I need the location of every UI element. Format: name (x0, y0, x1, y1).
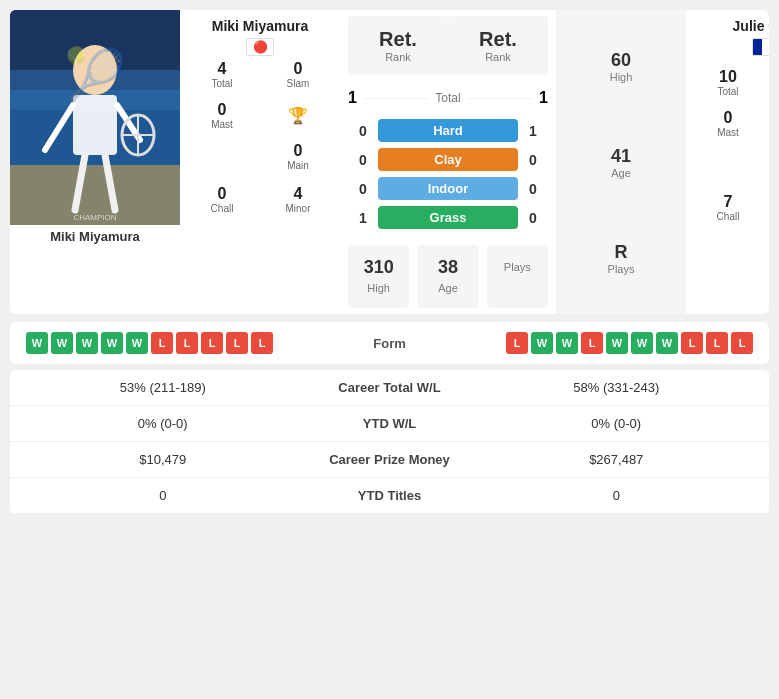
right-form-1: L (506, 332, 528, 354)
surface-rows: 0 Hard 1 0 Clay 0 0 Indoor 0 1 Grass (348, 119, 548, 235)
right-stats-grid: 10 Total 0 Slam 0 Mast 🏆 0 Main (692, 64, 769, 183)
right-ytd-wl: 0% (0-0) (480, 416, 754, 431)
flag-blue (753, 39, 762, 55)
total-row: 1 Total 1 (348, 85, 548, 111)
svg-point-4 (73, 45, 117, 95)
svg-rect-5 (73, 95, 117, 155)
surface-clay: 0 Clay 0 (348, 148, 548, 171)
left-ytd-titles: 0 (26, 488, 300, 503)
left-plays-box: Plays (487, 245, 548, 308)
left-form-badges: W W W W W L L L L L (26, 332, 273, 354)
right-form-3: W (556, 332, 578, 354)
right-form-5: W (606, 332, 628, 354)
surface-indoor: 0 Indoor 0 (348, 177, 548, 200)
right-bottom-stats: 7 Chall 3 Minor (692, 189, 769, 226)
left-stats-grid: 4 Total 0 Slam 0 Mast 🏆 0 Main (186, 56, 334, 175)
career-stats-section: 53% (211-189) Career Total W/L 58% (331-… (10, 370, 769, 514)
right-player-info: Julie Coin 10 Total 0 Slam (686, 10, 769, 314)
right-form-7: W (656, 332, 678, 354)
left-mast-box: 0 Mast (186, 97, 258, 134)
left-form-8: L (201, 332, 223, 354)
left-slam-box: 0 Slam (262, 56, 334, 93)
right-minor-box: 3 Minor (768, 189, 769, 226)
rank-section: Ret. Rank Ret. Rank (348, 16, 548, 75)
right-form-badges: L W W L W W W L L L (506, 332, 753, 354)
career-total-label: Career Total W/L (300, 380, 480, 395)
svg-text:CHAMPION: CHAMPION (73, 213, 116, 222)
center-info-boxes: 310 High 38 Age Plays (348, 245, 548, 308)
right-total-box: 10 Total (692, 64, 764, 101)
left-rank-box: Ret. Rank (348, 16, 448, 75)
right-form-10: L (731, 332, 753, 354)
ytd-titles-row: 0 YTD Titles 0 (10, 478, 769, 514)
divider (365, 98, 427, 99)
right-slam-box: 0 Slam (768, 64, 769, 101)
right-rank-box: Ret. Rank (448, 16, 548, 75)
left-form-2: W (51, 332, 73, 354)
right-form-4: L (581, 332, 603, 354)
prize-money-label: Career Prize Money (300, 452, 480, 467)
left-player-photo: CHAMPION Miki Miyamura (10, 10, 180, 314)
left-bottom-stats: 0 Chall 4 Minor (186, 181, 334, 218)
right-age-stat: 41 Age (611, 146, 631, 179)
prize-money-row: $10,479 Career Prize Money $267,487 (10, 442, 769, 478)
right-high-stat: 60 High (610, 50, 633, 83)
right-form-2: W (531, 332, 553, 354)
left-form-10: L (251, 332, 273, 354)
right-main-box: 0 Main (768, 146, 769, 183)
right-player-flag (752, 38, 769, 56)
ytd-wl-row: 0% (0-0) YTD W/L 0% (0-0) (10, 406, 769, 442)
player-comparison: CHAMPION Miki Miyamura Miki Miyamura 4 T… (10, 10, 769, 314)
left-form-6: L (151, 332, 173, 354)
center-comparison: Ret. Rank Ret. Rank 1 Total 1 (340, 10, 556, 314)
right-career-total: 58% (331-243) (480, 380, 754, 395)
right-trophy-icon: 🏆 (768, 105, 769, 142)
left-total-box: 4 Total (186, 56, 258, 93)
ytd-wl-label: YTD W/L (300, 416, 480, 431)
left-form-7: L (176, 332, 198, 354)
left-chall-box: 0 Chall (186, 181, 258, 218)
right-form-9: L (706, 332, 728, 354)
left-player-flag (246, 38, 274, 56)
right-prize-money: $267,487 (480, 452, 754, 467)
flag-white (762, 39, 769, 55)
right-mast-box: 0 Mast (692, 105, 764, 142)
indoor-badge: Indoor (378, 177, 518, 200)
right-plays-stat: R Plays (608, 242, 635, 275)
left-main-box: 0 Main (262, 138, 334, 175)
right-center-stats: 60 High 41 Age R Plays (556, 10, 686, 314)
left-trophy-icon: 🏆 (262, 97, 334, 134)
clay-badge: Clay (378, 148, 518, 171)
right-player-name: Julie Coin (733, 18, 769, 34)
left-minor-box: 4 Minor (262, 181, 334, 218)
right-chall-box: 7 Chall (692, 189, 764, 226)
hard-badge: Hard (378, 119, 518, 142)
left-form-4: W (101, 332, 123, 354)
left-career-total: 53% (211-189) (26, 380, 300, 395)
surface-hard: 0 Hard 1 (348, 119, 548, 142)
surface-grass: 1 Grass 0 (348, 206, 548, 229)
left-prize-money: $10,479 (26, 452, 300, 467)
main-container: CHAMPION Miki Miyamura Miki Miyamura 4 T… (0, 0, 779, 524)
right-ytd-titles: 0 (480, 488, 754, 503)
left-high-box: 310 High (348, 245, 409, 308)
left-form-9: L (226, 332, 248, 354)
career-total-wl-row: 53% (211-189) Career Total W/L 58% (331-… (10, 370, 769, 406)
left-ytd-wl: 0% (0-0) (26, 416, 300, 431)
left-form-3: W (76, 332, 98, 354)
form-section: W W W W W L L L L L Form L W W L W W W L… (10, 322, 769, 364)
left-age-box: 38 Age (417, 245, 478, 308)
ytd-titles-label: YTD Titles (300, 488, 480, 503)
grass-badge: Grass (378, 206, 518, 229)
right-form-6: W (631, 332, 653, 354)
left-player-name: Miki Miyamura (212, 18, 308, 34)
right-form-8: L (681, 332, 703, 354)
divider2 (469, 98, 531, 99)
left-form-5: W (126, 332, 148, 354)
form-label: Form (373, 336, 406, 351)
left-form-1: W (26, 332, 48, 354)
left-player-stats: Miki Miyamura 4 Total 0 Slam 0 Mast 🏆 (180, 10, 340, 314)
left-player-name-below: Miki Miyamura (10, 229, 180, 244)
